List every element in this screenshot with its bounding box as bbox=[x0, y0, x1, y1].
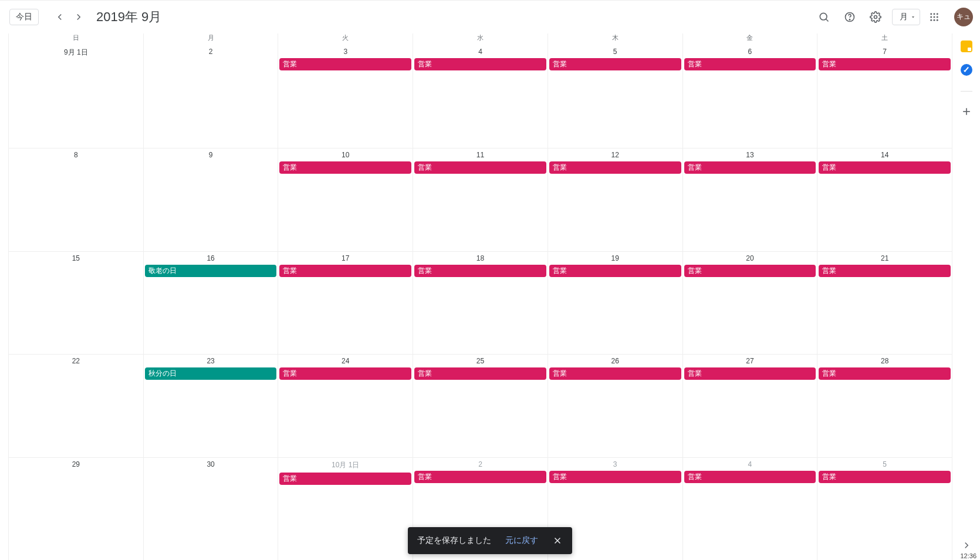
calendar-event[interactable]: 営業 bbox=[684, 367, 816, 380]
day-cell[interactable]: 27営業 bbox=[682, 354, 817, 457]
day-cell[interactable]: 10月 1日営業 bbox=[278, 457, 413, 560]
day-cell[interactable]: 12営業 bbox=[548, 148, 682, 251]
day-number[interactable]: 5 bbox=[548, 48, 682, 56]
tasks-app-icon[interactable] bbox=[961, 64, 972, 76]
help-button[interactable] bbox=[838, 5, 861, 29]
day-cell[interactable]: 20営業 bbox=[682, 251, 817, 354]
day-number[interactable]: 14 bbox=[817, 151, 952, 159]
day-number[interactable]: 15 bbox=[9, 254, 143, 262]
day-number[interactable]: 29 bbox=[9, 460, 143, 468]
calendar-event[interactable]: 営業 bbox=[819, 265, 951, 277]
day-number[interactable]: 8 bbox=[9, 151, 143, 159]
day-number[interactable]: 18 bbox=[413, 254, 548, 262]
view-switcher[interactable]: 月 bbox=[892, 9, 920, 25]
day-number[interactable]: 12 bbox=[548, 151, 682, 159]
day-cell[interactable]: 14営業 bbox=[817, 148, 952, 251]
calendar-event[interactable]: 営業 bbox=[279, 367, 411, 380]
day-cell[interactable]: 9月 1日 bbox=[8, 45, 143, 148]
day-number[interactable]: 23 bbox=[144, 357, 278, 365]
calendar-event[interactable]: 秋分の日 bbox=[145, 367, 277, 380]
day-number[interactable]: 4 bbox=[413, 48, 548, 56]
calendar-event[interactable]: 営業 bbox=[549, 161, 681, 174]
calendar-event[interactable]: 営業 bbox=[279, 265, 411, 277]
day-cell[interactable]: 25営業 bbox=[413, 354, 548, 457]
calendar-event[interactable]: 営業 bbox=[549, 471, 681, 483]
day-number[interactable]: 22 bbox=[9, 357, 143, 365]
toast-close-button[interactable] bbox=[552, 535, 563, 546]
day-cell[interactable]: 8 bbox=[8, 148, 143, 251]
day-cell[interactable]: 5営業 bbox=[817, 457, 952, 560]
keep-app-icon[interactable] bbox=[961, 41, 972, 52]
avatar[interactable]: キュ bbox=[954, 8, 973, 26]
day-cell[interactable]: 4営業 bbox=[682, 457, 817, 560]
day-number[interactable]: 17 bbox=[278, 254, 413, 262]
day-cell[interactable]: 11営業 bbox=[413, 148, 548, 251]
calendar-event[interactable]: 敬老の日 bbox=[145, 265, 277, 277]
calendar-event[interactable]: 営業 bbox=[684, 265, 816, 277]
day-number[interactable]: 7 bbox=[817, 48, 952, 56]
toast-undo-button[interactable]: 元に戻す bbox=[505, 535, 538, 546]
calendar-event[interactable]: 営業 bbox=[819, 471, 951, 483]
calendar-event[interactable]: 営業 bbox=[549, 367, 681, 380]
day-number[interactable]: 13 bbox=[683, 151, 817, 159]
day-cell[interactable]: 23秋分の日 bbox=[143, 354, 278, 457]
day-number[interactable]: 19 bbox=[548, 254, 682, 262]
calendar-event[interactable]: 営業 bbox=[819, 58, 951, 70]
add-app-button[interactable] bbox=[961, 106, 972, 117]
day-cell[interactable]: 3営業 bbox=[278, 45, 413, 148]
day-cell[interactable]: 2 bbox=[143, 45, 278, 148]
day-cell[interactable]: 16敬老の日 bbox=[143, 251, 278, 354]
day-cell[interactable]: 28営業 bbox=[817, 354, 952, 457]
day-cell[interactable]: 17営業 bbox=[278, 251, 413, 354]
calendar-event[interactable]: 営業 bbox=[414, 367, 546, 380]
day-cell[interactable]: 15 bbox=[8, 251, 143, 354]
apps-button[interactable] bbox=[922, 5, 946, 29]
day-number[interactable]: 4 bbox=[683, 460, 817, 468]
calendar-event[interactable]: 営業 bbox=[684, 161, 816, 174]
day-cell[interactable]: 9 bbox=[143, 148, 278, 251]
day-number[interactable]: 2 bbox=[144, 48, 278, 56]
day-number[interactable]: 26 bbox=[548, 357, 682, 365]
day-cell[interactable]: 29 bbox=[8, 457, 143, 560]
day-number[interactable]: 25 bbox=[413, 357, 548, 365]
day-number[interactable]: 9月 1日 bbox=[9, 48, 143, 58]
calendar-event[interactable]: 営業 bbox=[414, 161, 546, 174]
settings-button[interactable] bbox=[864, 5, 887, 29]
calendar-event[interactable]: 営業 bbox=[279, 58, 411, 70]
day-number[interactable]: 24 bbox=[278, 357, 413, 365]
day-number[interactable]: 2 bbox=[413, 460, 548, 468]
calendar-event[interactable]: 営業 bbox=[819, 367, 951, 380]
day-cell[interactable]: 5営業 bbox=[548, 45, 682, 148]
calendar-event[interactable]: 営業 bbox=[279, 473, 411, 485]
prev-month-button[interactable] bbox=[50, 8, 69, 26]
calendar-event[interactable]: 営業 bbox=[819, 161, 951, 174]
calendar-event[interactable]: 営業 bbox=[414, 265, 546, 277]
day-number[interactable]: 10月 1日 bbox=[278, 460, 413, 470]
day-cell[interactable]: 7営業 bbox=[817, 45, 952, 148]
day-cell[interactable]: 26営業 bbox=[548, 354, 682, 457]
day-cell[interactable]: 19営業 bbox=[548, 251, 682, 354]
day-cell[interactable]: 21営業 bbox=[817, 251, 952, 354]
search-button[interactable] bbox=[812, 5, 836, 29]
day-cell[interactable]: 22 bbox=[8, 354, 143, 457]
day-cell[interactable]: 30 bbox=[143, 457, 278, 560]
day-number[interactable]: 9 bbox=[144, 151, 278, 159]
day-cell[interactable]: 10営業 bbox=[278, 148, 413, 251]
day-number[interactable]: 5 bbox=[817, 460, 952, 468]
calendar-event[interactable]: 営業 bbox=[414, 58, 546, 70]
calendar-event[interactable]: 営業 bbox=[549, 58, 681, 70]
day-cell[interactable]: 18営業 bbox=[413, 251, 548, 354]
calendar-event[interactable]: 営業 bbox=[279, 161, 411, 174]
day-cell[interactable]: 4営業 bbox=[413, 45, 548, 148]
day-number[interactable]: 3 bbox=[278, 48, 413, 56]
calendar-event[interactable]: 営業 bbox=[684, 471, 816, 483]
day-number[interactable]: 30 bbox=[144, 460, 278, 468]
today-button[interactable]: 今日 bbox=[9, 9, 39, 25]
day-number[interactable]: 11 bbox=[413, 151, 548, 159]
day-number[interactable]: 21 bbox=[817, 254, 952, 262]
day-number[interactable]: 28 bbox=[817, 357, 952, 365]
day-number[interactable]: 3 bbox=[548, 460, 682, 468]
day-number[interactable]: 10 bbox=[278, 151, 413, 159]
calendar-event[interactable]: 営業 bbox=[684, 58, 816, 70]
day-cell[interactable]: 13営業 bbox=[682, 148, 817, 251]
